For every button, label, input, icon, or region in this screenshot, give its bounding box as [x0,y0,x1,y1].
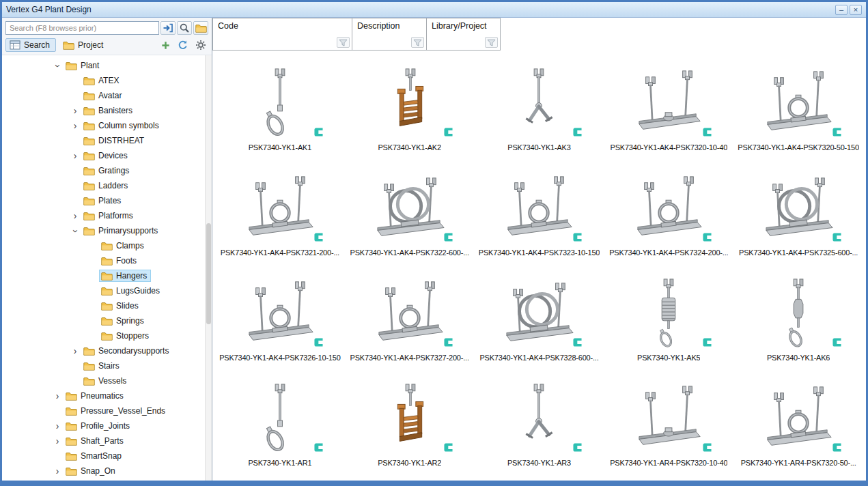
tree-item[interactable]: Pneumatics [2,388,205,403]
content-panel: Code Description Library/Project PSK7340… [212,18,866,481]
tree-item[interactable]: Devices [2,148,205,163]
part-item[interactable]: PSK7340-YK1-AK4-PSK7327-200-... [345,261,475,366]
tree-scrollbar[interactable] [205,55,212,481]
tree-item[interactable]: Hangers [2,268,205,283]
column-header-code[interactable]: Code [212,18,352,51]
scrollbar-thumb[interactable] [206,223,211,324]
tree-item[interactable]: Slides [2,298,205,313]
tree-item[interactable]: Shaft_Parts [2,433,205,448]
tab-project[interactable]: Project [59,38,109,52]
tree-item[interactable]: LugsGuides [2,283,205,298]
column-header-description[interactable]: Description [352,18,427,51]
tree-item[interactable]: Pressure_Vessel_Ends [2,403,205,418]
part-item[interactable]: PSK7340-YK1-AK4-PSK7328-600-... [475,261,604,366]
search-input[interactable] [5,21,159,35]
tree-item-label: Devices [98,151,128,160]
filter-code-button[interactable] [337,37,350,48]
tree-item[interactable]: Secondarysupports [2,343,205,358]
folder-icon [83,377,95,386]
part-item[interactable]: PSK7340-YK1-AK4-PSK7320-10-40 [604,51,733,156]
part-item[interactable]: PSK7340-YK1-AK3 [475,51,604,156]
settings-button[interactable] [193,38,208,52]
go-button[interactable] [160,21,176,35]
part-code-label: PSK7340-YK1-AK6 [767,354,830,362]
part-item[interactable]: PSK7340-YK1-AK4-PSK7320-50-150 [733,51,863,156]
titlebar[interactable]: Vertex G4 Plant Design – × [2,2,866,18]
expander-icon[interactable] [51,466,64,476]
expander-icon[interactable] [51,436,64,446]
tree-item[interactable]: Ladders [2,178,205,193]
expander-icon[interactable] [51,421,64,431]
part-code-label: PSK7340-YK1-AR1 [248,459,311,467]
expander-icon[interactable] [69,106,81,115]
tree-item[interactable]: Avatar [2,88,205,103]
part-item[interactable]: PSK7340-YK1-AK4-PSK7323-10-150 [475,156,604,261]
tree-item[interactable]: Gratings [2,163,205,178]
tree-item[interactable]: Clamps [2,238,205,253]
part-item[interactable]: PSK7340-YK1-AR1 [215,366,345,471]
expander-icon[interactable] [51,391,64,401]
expander-icon[interactable] [69,151,81,160]
expander-icon[interactable] [69,346,81,356]
folder-icon [83,137,95,145]
part-item[interactable]: PSK7340-YK1-AK4-PSK7324-200-... [604,156,733,261]
tree-item[interactable]: Stairs [2,358,205,373]
beam-clamp-icon [237,171,323,246]
tree-item-label: Stairs [98,361,120,371]
tree-item[interactable]: Snap_On [2,463,205,478]
part-item[interactable]: PSK7340-YK1-AR4-PSK7320-10-40 [604,366,733,471]
part-item[interactable]: PSK7340-YK1-AK4-PSK7325-600-... [733,156,863,261]
tree-item[interactable]: ATEX [2,73,205,88]
add-button[interactable] [158,38,173,52]
cadmatic-badge-icon [444,338,453,347]
minimize-button[interactable]: – [835,5,848,15]
part-item[interactable]: PSK7340-YK1-AR2 [345,366,475,471]
tree-item[interactable]: Plates [2,193,205,208]
tree-item[interactable]: SmartSnap [2,448,205,463]
expander-icon[interactable] [53,60,63,72]
tree-item-label: DISTRHEAT [98,136,144,145]
expander-icon[interactable] [69,121,81,130]
tree-item[interactable]: Platforms [2,208,205,223]
browse-library-button[interactable] [193,21,208,35]
part-item[interactable]: PSK7340-YK1-AK6 [733,261,863,366]
filter-library-button[interactable] [485,37,498,48]
folder-icon [66,392,77,401]
part-item[interactable]: PSK7340-YK1-AK4-PSK7321-200-... [215,156,345,261]
tree-item[interactable]: DISTRHEAT [2,133,205,148]
search-button[interactable] [177,21,192,35]
tree-item[interactable]: Plant [2,58,205,73]
tab-label: Project [78,40,103,50]
turnbuckle-icon [755,276,841,352]
part-item[interactable]: PSK7340-YK1-AR4-PSK7320-50-... [733,366,863,471]
part-item[interactable]: PSK7340-YK1-AK5 [604,261,733,366]
cadmatic-badge-icon [832,233,841,242]
tree-item[interactable]: Profile_Joints [2,418,205,433]
part-item[interactable]: PSK7340-YK1-AR3 [475,366,604,471]
column-header-library[interactable]: Library/Project [426,18,501,51]
part-code-label: PSK7340-YK1-AK4-PSK7326-10-150 [219,354,340,362]
filter-description-button[interactable] [411,37,424,48]
folder-icon [101,257,113,266]
close-button[interactable]: × [850,5,862,15]
folder-icon [83,347,95,356]
folder-icon [83,76,95,85]
part-item[interactable]: PSK7340-YK1-AK1 [215,51,345,156]
tree-item[interactable]: Primarysupports [2,223,205,238]
cadmatic-badge-icon [573,443,582,452]
expander-icon[interactable] [69,211,81,220]
tree-item[interactable]: Vessels [2,373,205,388]
part-item[interactable]: PSK7340-YK1-AK2 [345,51,475,156]
tree-item[interactable]: Springs [2,313,205,328]
tree-item[interactable]: Banisters [2,103,205,118]
tree-item-label: Ladders [98,181,128,190]
cadmatic-badge-icon [444,128,453,137]
expander-icon[interactable] [71,225,81,238]
tree-item[interactable]: Column symbols [2,118,205,133]
refresh-button[interactable] [176,38,191,52]
part-item[interactable]: PSK7340-YK1-AK4-PSK7326-10-150 [215,261,345,366]
tree-item[interactable]: Foots [2,253,205,268]
part-item[interactable]: PSK7340-YK1-AK4-PSK7322-600-... [345,156,475,261]
tab-search[interactable]: Search [5,38,56,52]
tree-item[interactable]: Stoppers [2,328,205,343]
